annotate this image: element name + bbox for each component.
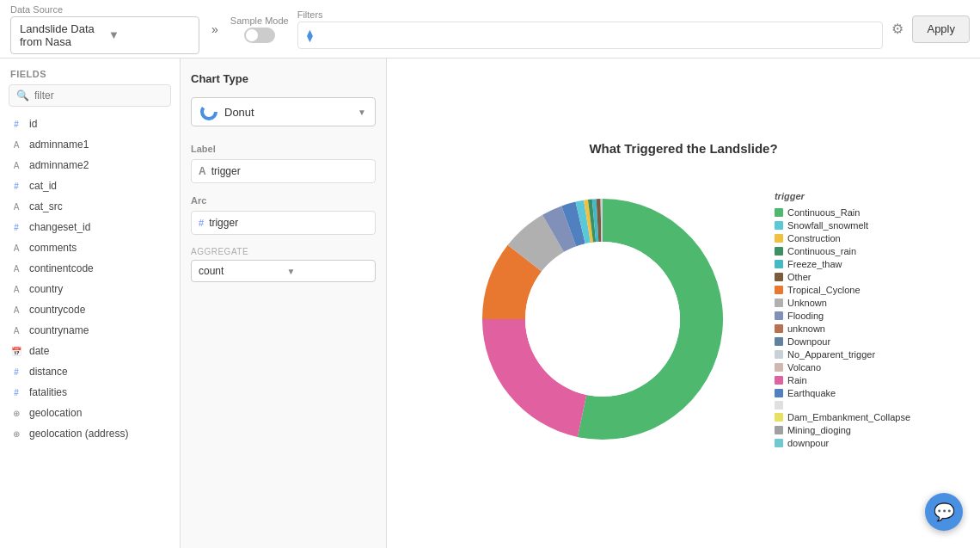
field-type-icon: A xyxy=(10,243,22,253)
legend-item: Rain xyxy=(775,375,910,385)
legend-item: Construction xyxy=(775,233,910,243)
field-type-icon: # xyxy=(10,388,22,397)
field-label: cat_src xyxy=(29,200,63,212)
legend-swatch xyxy=(775,376,783,385)
sample-mode-label: Sample Mode xyxy=(230,15,289,26)
arc-section-header: Arc xyxy=(191,195,376,206)
legend-item: Snowfall_snowmelt xyxy=(775,220,910,231)
sidebar: FIELDS 🔍 #idAadminname1Aadminname2#cat_i… xyxy=(0,58,181,548)
field-label: adminname2 xyxy=(29,159,89,171)
field-item-fatalities[interactable]: #fatalities xyxy=(0,382,180,403)
filters-label: Filters xyxy=(297,9,884,20)
field-type-icon: A xyxy=(10,264,22,274)
legend-label: downpour xyxy=(787,438,829,448)
forward-arrow-icon: » xyxy=(211,22,218,36)
legend-label: Construction xyxy=(787,233,841,243)
field-label: id xyxy=(29,118,37,130)
datasource-dropdown[interactable]: Landslide Data from Nasa ▼ xyxy=(10,16,199,54)
field-item-id[interactable]: #id xyxy=(0,114,180,134)
field-label: geolocation (address) xyxy=(29,428,128,440)
legend-swatch xyxy=(775,286,783,294)
label-field-pill[interactable]: A trigger xyxy=(191,159,376,183)
datasource-value: Landslide Data from Nasa xyxy=(20,22,101,48)
svg-point-2 xyxy=(525,242,680,397)
field-item-changeset_id[interactable]: #changeset_id xyxy=(0,217,180,237)
filter-bar[interactable]: ⧫ xyxy=(297,22,884,49)
field-item-countrycode[interactable]: Acountrycode xyxy=(0,299,180,320)
field-type-icon: # xyxy=(10,367,22,377)
legend-item xyxy=(775,401,910,409)
field-item-adminname2[interactable]: Aadminname2 xyxy=(0,155,180,175)
legend-swatch xyxy=(775,363,783,372)
sidebar-search[interactable]: 🔍 xyxy=(9,84,171,107)
field-item-comments[interactable]: Acomments xyxy=(0,237,180,258)
legend-item: Continuous_rain xyxy=(775,246,910,256)
apply-button[interactable]: Apply xyxy=(912,15,970,43)
field-item-date[interactable]: 📅date xyxy=(0,341,180,361)
field-label: countrycode xyxy=(29,304,85,316)
field-type-icon: A xyxy=(10,140,22,150)
field-type-icon: A xyxy=(10,202,22,212)
legend-swatch xyxy=(775,439,783,447)
legend-swatch xyxy=(775,234,783,243)
legend-item: Unknown xyxy=(775,298,910,308)
legend-item: Flooding xyxy=(775,311,910,321)
sidebar-fields-list: #idAadminname1Aadminname2#cat_idAcat_src… xyxy=(0,114,180,548)
settings-icon[interactable]: ⚙ xyxy=(891,21,903,37)
chart-panel: Chart Type Donut ▼ Label A trigger Arc #… xyxy=(181,58,387,548)
field-item-adminname1[interactable]: Aadminname1 xyxy=(0,134,180,155)
sample-mode-toggle[interactable] xyxy=(244,28,275,43)
legend-swatch xyxy=(775,260,783,268)
chart-type-dropdown[interactable]: Donut ▼ xyxy=(191,97,376,126)
field-item-geolocation-(address)[interactable]: ⊕geolocation (address) xyxy=(0,423,180,444)
chat-button[interactable]: 💬 xyxy=(925,493,963,531)
legend-swatch xyxy=(775,299,783,307)
legend-swatch xyxy=(775,273,783,281)
datasource-label: Data Source xyxy=(10,4,199,15)
top-bar: Data Source Landslide Data from Nasa ▼ »… xyxy=(0,0,980,58)
legend-swatch xyxy=(775,247,783,256)
field-item-continentcode[interactable]: Acontinentcode xyxy=(0,258,180,279)
field-item-country[interactable]: Acountry xyxy=(0,279,180,299)
filter-icon: ⧫ xyxy=(307,28,313,42)
field-item-geolocation[interactable]: ⊕geolocation xyxy=(0,403,180,423)
field-type-icon: ⊕ xyxy=(10,409,22,418)
legend-label: Rain xyxy=(787,375,807,385)
field-item-cat_src[interactable]: Acat_src xyxy=(0,196,180,217)
search-input[interactable] xyxy=(34,89,163,102)
field-type-icon: A xyxy=(10,161,22,170)
aggregate-dropdown[interactable]: count ▼ xyxy=(191,260,376,282)
chart-legend: trigger Continuous_RainSnowfall_snowmelt… xyxy=(775,191,910,448)
arc-field-pill[interactable]: # trigger xyxy=(191,211,376,235)
field-type-icon: A xyxy=(10,326,22,336)
legend-label: Freeze_thaw xyxy=(787,259,842,269)
field-item-cat_id[interactable]: #cat_id xyxy=(0,175,180,196)
field-item-distance[interactable]: #distance xyxy=(0,361,180,382)
legend-label: Unknown xyxy=(787,298,827,308)
field-label: comments xyxy=(29,242,77,254)
legend-item: Dam_Embankment_Collapse xyxy=(775,412,910,422)
legend-item: Tropical_Cyclone xyxy=(775,285,910,295)
field-label: cat_id xyxy=(29,180,57,192)
field-label: date xyxy=(29,345,49,357)
legend-label: Dam_Embankment_Collapse xyxy=(787,412,910,422)
legend-item: unknown xyxy=(775,323,910,334)
field-type-icon: 📅 xyxy=(10,347,22,356)
search-icon: 🔍 xyxy=(16,89,29,102)
legend-swatch xyxy=(775,389,783,397)
legend-label: Earthquake xyxy=(787,388,836,398)
legend-item: Continuous_Rain xyxy=(775,207,910,218)
chart-type-label: Donut xyxy=(224,106,351,119)
chart-area: What Triggered the Landslide? trigger Co… xyxy=(387,58,980,548)
field-label: continentcode xyxy=(29,262,94,274)
sample-mode-toggle-wrapper xyxy=(244,28,275,43)
field-type-icon: # xyxy=(10,182,22,191)
legend-swatch xyxy=(775,311,783,320)
legend-label: Continuous_Rain xyxy=(787,207,860,218)
legend-item: Volcano xyxy=(775,362,910,373)
field-item-countryname[interactable]: Acountryname xyxy=(0,320,180,341)
legend-item: downpour xyxy=(775,438,910,448)
field-label: country xyxy=(29,283,63,295)
legend-swatch xyxy=(775,208,783,217)
label-field-name: trigger xyxy=(211,165,241,177)
